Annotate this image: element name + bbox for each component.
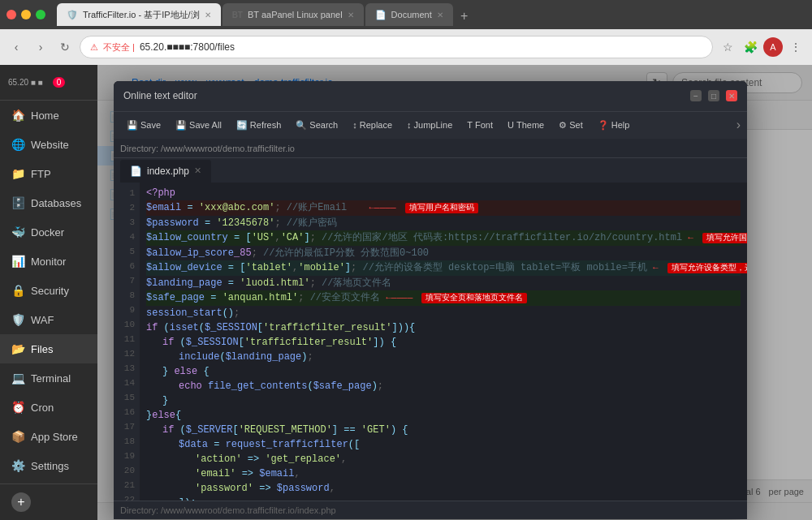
code-line-4: $allow_country = ['US','CA']; //允许的国家/地区… (146, 230, 741, 246)
forward-button[interactable]: › (31, 37, 50, 57)
url-bar[interactable]: ⚠ 不安全 | 65.20.■■■■:7800/files (80, 36, 713, 58)
toolbar-replace-button[interactable]: ↕ Replace (346, 117, 399, 133)
sidebar-item-security[interactable]: 🔒 Security (0, 276, 97, 305)
tab-label: TrafficFilter.io - 基于IP地址/浏 (83, 9, 200, 21)
set-label: Set (569, 120, 583, 130)
tab-close-icon[interactable]: ✕ (205, 11, 211, 19)
code-line-12: include($landing_page); (146, 350, 741, 364)
modal-overlay: Online text editor − □ ✕ 💾 Save (97, 65, 812, 520)
tab-document[interactable]: 📄 Document ✕ (365, 3, 453, 26)
sidebar-label-monitor: Monitor (31, 256, 66, 268)
website-icon: 🌐 (11, 138, 24, 151)
security-warning-icon: ⚠ (90, 42, 98, 53)
ftp-icon: 📁 (11, 167, 24, 180)
terminal-icon: 💻 (11, 372, 24, 385)
sidebar-label-ftp: FTP (31, 168, 51, 180)
sidebar-item-cron[interactable]: ⏰ Cron (0, 393, 97, 422)
code-line-15: } (146, 393, 741, 408)
code-line-18: $data = request_trafficfilter([ (146, 437, 741, 452)
tab-trafficfilter[interactable]: 🛡️ TrafficFilter.io - 基于IP地址/浏 ✕ (57, 3, 221, 26)
minimize-button[interactable] (21, 10, 31, 19)
modal-restore-button[interactable]: □ (708, 90, 719, 101)
browser-frame: 🛡️ TrafficFilter.io - 基于IP地址/浏 ✕ BT BT a… (0, 0, 812, 520)
code-line-17: if ($_SERVER['REQUEST_METHOD'] == 'GET')… (146, 423, 741, 437)
toolbar-refresh-button[interactable]: 🔄 Refresh (230, 117, 288, 134)
tabs-bar: 🛡️ TrafficFilter.io - 基于IP地址/浏 ✕ BT BT a… (57, 3, 806, 26)
toolbar-set-button[interactable]: ⚙ Set (552, 117, 590, 134)
security-icon: 🔒 (11, 284, 24, 297)
close-button[interactable] (6, 10, 16, 19)
waf-icon: 🛡️ (11, 313, 24, 326)
sidebar-item-docker[interactable]: 🐳 Docker (0, 217, 97, 247)
sidebar-item-appstore[interactable]: 📦 App Store (0, 422, 97, 451)
sidebar-item-databases[interactable]: 🗄️ Databases (0, 188, 97, 217)
code-line-20: 'email' => $email, (146, 466, 741, 481)
code-line-19: 'action' => 'get_replace', (146, 452, 741, 466)
saveall-label: Save All (189, 120, 222, 130)
sidebar-item-home[interactable]: 🏠 Home (0, 101, 97, 130)
profile-icon[interactable]: A (763, 37, 783, 57)
code-editor[interactable]: 123456 789101112 131415161718 19202122 <… (114, 183, 747, 501)
tab-label-doc: Document (391, 10, 432, 19)
tab-label-bt: BT aaPanel Linux panel (248, 10, 343, 19)
sidebar-label-docker: Docker (31, 226, 64, 239)
tab-close-bt-icon[interactable]: ✕ (348, 11, 354, 19)
line-numbers: 123456 789101112 131415161718 19202122 (114, 183, 140, 501)
editor-tab-close-icon[interactable]: ✕ (194, 165, 201, 176)
modal-minimize-button[interactable]: − (690, 90, 702, 101)
tab-aapanel[interactable]: BT BT aaPanel Linux panel ✕ (222, 3, 364, 26)
code-line-21: 'password' => $password, (146, 481, 741, 496)
toolbar-help-button[interactable]: ❓ Help (591, 117, 637, 134)
add-button[interactable]: + (11, 492, 31, 512)
modal-close-button[interactable]: ✕ (726, 90, 737, 101)
jumpline-label: JumpLine (414, 120, 453, 130)
code-line-1: <?php (146, 186, 741, 200)
font-label: Font (475, 120, 493, 130)
code-line-5: $allow_ip_score_85; //允许的最低IP分数 分数范围0~10… (146, 246, 741, 260)
tab-favicon: 🛡️ (67, 10, 78, 20)
sidebar-item-waf[interactable]: 🛡️ WAF (0, 305, 97, 334)
search-icon: 🔍 (296, 120, 307, 131)
refresh-label: Refresh (250, 120, 282, 130)
sidebar-label-terminal: Terminal (31, 372, 71, 385)
toolbar-saveall-button[interactable]: 💾 Save All (169, 117, 228, 134)
sidebar-item-settings[interactable]: ⚙️ Settings (0, 451, 97, 480)
sidebar-item-terminal[interactable]: 💻 Terminal (0, 363, 97, 393)
modal-title: Online text editor (123, 90, 690, 101)
code-line-3: $password = '12345678'; //账户密码 (146, 216, 741, 230)
sidebar-header: 65.20 ■ ■ 0 (0, 65, 97, 101)
code-line-14: echo file_get_contents($safe_page); (146, 379, 741, 393)
address-bar-actions: ☆ 🧩 A ⋮ (718, 37, 806, 57)
extensions-icon[interactable]: 🧩 (741, 37, 760, 57)
save-label: Save (140, 120, 161, 130)
toolbar-jumpline-button[interactable]: ↕ JumpLine (400, 117, 459, 133)
new-tab-button[interactable]: + (455, 6, 474, 26)
sidebar-footer: + (0, 483, 97, 520)
code-content[interactable]: <?php $email = 'xxx@abc.com'; //账户Email … (140, 183, 747, 501)
toolbar-save-button[interactable]: 💾 Save (120, 117, 167, 134)
sidebar-item-monitor[interactable]: 📊 Monitor (0, 247, 97, 276)
editor-tabs: 📄 index.php ✕ (114, 157, 747, 183)
back-button[interactable]: ‹ (6, 37, 26, 57)
bookmark-icon[interactable]: ☆ (718, 37, 737, 57)
font-icon: T (467, 120, 473, 130)
tab-close-doc-icon[interactable]: ✕ (437, 11, 443, 19)
toolbar-theme-button[interactable]: U Theme (501, 117, 551, 133)
save-icon: 💾 (127, 120, 138, 131)
reload-button[interactable]: ↻ (55, 37, 75, 57)
toolbar-more-button[interactable]: › (736, 118, 741, 132)
sidebar-item-website[interactable]: 🌐 Website (0, 130, 97, 159)
toolbar-font-button[interactable]: T Font (460, 117, 499, 133)
sidebar-item-ftp[interactable]: 📁 FTP (0, 159, 97, 188)
toolbar-search-button[interactable]: 🔍 Search (289, 117, 344, 134)
editor-modal: Online text editor − □ ✕ 💾 Save (114, 81, 747, 519)
editor-tab-indexphp[interactable]: 📄 index.php ✕ (120, 160, 211, 183)
menu-icon[interactable]: ⋮ (786, 37, 806, 57)
maximize-button[interactable] (36, 10, 45, 19)
editor-directory-label: Directory: /www/wwwroot/demo.trafficfilt… (120, 144, 295, 153)
sidebar-item-files[interactable]: 📂 Files (0, 334, 97, 363)
sidebar-label-waf: WAF (31, 314, 54, 326)
monitor-icon: 📊 (11, 255, 24, 268)
sidebar-label-home: Home (31, 110, 59, 122)
editor-status-bar: Directory: /www/wwwroot/demo.trafficfilt… (114, 501, 747, 519)
